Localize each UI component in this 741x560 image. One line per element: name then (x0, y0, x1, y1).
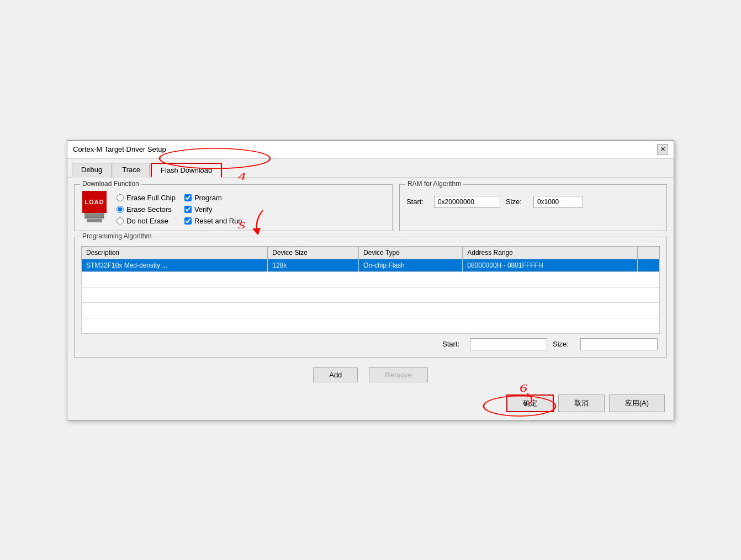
table-row-empty2 (82, 287, 660, 302)
erase-sectors-label: Erase Sectors (126, 205, 172, 214)
algo-buttons-row: Add Remove (74, 367, 667, 382)
table-row-empty1 (82, 271, 660, 287)
window-title: Cortex-M Target Driver Setup (73, 145, 166, 153)
bottom-buttons: 确定 取消 应用(A) (67, 389, 674, 420)
program-options: Program Verify Reset and Run (184, 194, 242, 225)
row-device-size: 128k (268, 259, 359, 271)
program-label: Program (194, 194, 222, 202)
ram-start-input[interactable] (434, 196, 500, 208)
df-inner: LOAD Erase Full Chip (81, 194, 385, 225)
program-option[interactable]: Program (184, 194, 242, 202)
erase-sectors-radio[interactable] (117, 206, 124, 213)
ram-start-label: Start: (406, 198, 428, 206)
verify-checkbox[interactable] (184, 206, 192, 213)
remove-button[interactable]: Remove (369, 367, 427, 382)
main-content: Download Function LOAD (67, 178, 674, 389)
table-row-empty4 (82, 318, 660, 333)
title-bar: Cortex-M Target Driver Setup ✕ (67, 141, 674, 159)
algo-start-label: Start: (442, 340, 464, 348)
apply-button[interactable]: 应用(A) (609, 394, 665, 412)
do-not-erase-label: Do not Erase (126, 217, 168, 225)
do-not-erase-radio[interactable] (117, 217, 124, 225)
tab-debug[interactable]: Debug (72, 163, 112, 178)
algorithm-table: Description Device Size Device Type Addr… (81, 246, 660, 334)
row-extra (638, 259, 660, 271)
programming-algorithm-group: Programming Algorithm Description Device… (74, 237, 667, 358)
algo-size-label: Size: (553, 340, 575, 348)
tab-flash-download[interactable]: Flash Download (151, 163, 222, 178)
download-function-group: Download Function LOAD (74, 184, 393, 231)
ram-for-algorithm-label: RAM for Algorithm (405, 180, 463, 188)
ok-button[interactable]: 确定 (506, 394, 554, 412)
col-address-range: Address Range (463, 246, 638, 259)
algo-start-input[interactable] (470, 338, 547, 350)
main-window: Cortex-M Target Driver Setup ✕ Debug Tra… (67, 140, 674, 420)
erase-full-chip-label: Erase Full Chip (126, 194, 176, 202)
erase-full-chip-option[interactable]: Erase Full Chip (117, 194, 176, 202)
table-row-empty3 (82, 302, 660, 318)
algo-size-input[interactable] (580, 338, 658, 350)
col-device-type: Device Type (359, 246, 463, 259)
algo-bottom: Start: Size: (81, 338, 660, 350)
cancel-button[interactable]: 取消 (558, 394, 605, 412)
close-button[interactable]: ✕ (657, 144, 668, 155)
tab-trace[interactable]: Trace (113, 163, 150, 178)
download-function-label: Download Function (80, 180, 141, 188)
algo-table-container: Description Device Size Device Type Addr… (81, 246, 660, 334)
ram-for-algorithm-group: RAM for Algorithm Start: Size: (399, 184, 667, 231)
row-address-range: 08000000H - 0801FFFFH (463, 259, 638, 271)
erase-full-chip-radio[interactable] (117, 194, 124, 201)
reset-and-run-label: Reset and Run (194, 217, 242, 225)
reset-and-run-option[interactable]: Reset and Run (184, 217, 242, 225)
ram-start-row: Start: Size: (406, 196, 660, 208)
col-extra (638, 246, 660, 259)
algo-table-header: Description Device Size Device Type Addr… (82, 246, 660, 259)
ram-fields: Start: Size: (406, 196, 660, 208)
col-description: Description (82, 246, 268, 259)
title-controls: ✕ (657, 144, 668, 155)
add-button[interactable]: Add (313, 367, 358, 382)
top-row: Download Function LOAD (74, 184, 667, 231)
tabs-row: Debug Trace Flash Download (67, 159, 674, 178)
load-text: LOAD (82, 191, 107, 213)
do-not-erase-option[interactable]: Do not Erase (117, 217, 176, 225)
verify-label: Verify (194, 205, 213, 214)
erase-sectors-option[interactable]: Erase Sectors (117, 205, 176, 214)
ram-size-label: Size: (506, 198, 528, 206)
algo-header-row: Description Device Size Device Type Addr… (82, 246, 660, 259)
row-device-type: On-chip Flash (359, 259, 463, 271)
ram-size-input[interactable] (533, 196, 583, 208)
verify-option[interactable]: Verify (184, 205, 242, 214)
table-row[interactable]: STM32F10x Med-density ... 128k On-chip F… (82, 259, 660, 271)
programming-algorithm-label: Programming Algorithm (80, 232, 154, 240)
load-icon: LOAD (81, 194, 108, 220)
col-device-size: Device Size (268, 246, 359, 259)
reset-and-run-checkbox[interactable] (184, 217, 192, 225)
row-description: STM32F10x Med-density ... (82, 259, 268, 271)
algo-table-body: STM32F10x Med-density ... 128k On-chip F… (82, 259, 660, 333)
program-checkbox[interactable] (184, 194, 192, 201)
erase-options: Erase Full Chip Erase Sectors Do not Era… (117, 194, 176, 225)
